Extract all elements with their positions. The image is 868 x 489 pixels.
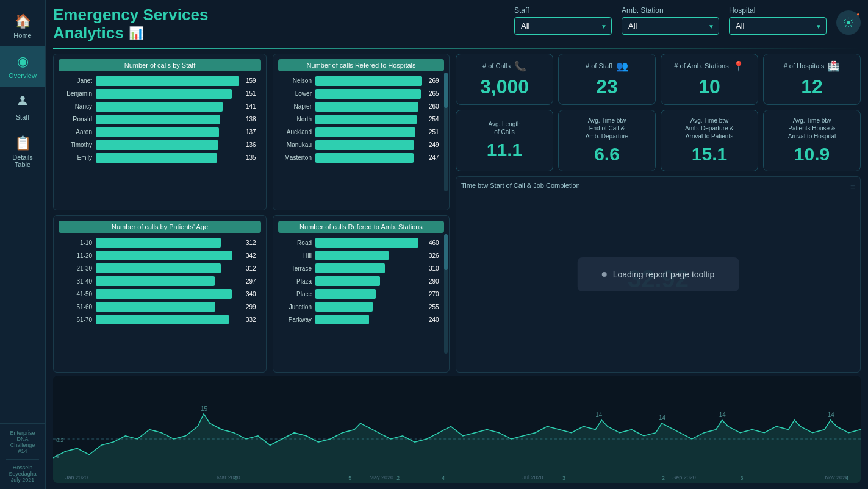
bar-label: Place: [278, 291, 312, 298]
kpi-staff: # of Staff 👥 23: [558, 54, 656, 105]
hospital-filter-group: Hospital All: [729, 6, 827, 35]
bar-value: 240: [429, 316, 444, 323]
bar-value: 138: [246, 116, 261, 123]
hospital-scrollbar[interactable]: [444, 73, 448, 192]
page-title-line1: Emergency Services: [53, 6, 208, 24]
bar-value: 260: [429, 103, 444, 110]
kpi-hospitals-value: 12: [771, 76, 853, 98]
time-card-end-call: Avg. Time btwEnd of Call &Amb. Departure…: [558, 110, 656, 171]
content-grid: Number of calls by Staff Janet159Benjami…: [53, 54, 861, 373]
tooltip-text: Loading report page tooltip: [613, 269, 715, 279]
bar-fill: [315, 127, 415, 137]
bar-container: [315, 102, 423, 112]
sidebar-item-home[interactable]: 🏠 Home: [0, 6, 45, 46]
chart-calls-by-amb-title: Number of calls Refered to Amb. Stations: [278, 221, 444, 233]
sidebar: 🏠 Home ◉ Overview Staff 📋 Details Table …: [0, 0, 46, 489]
bar-label: 31-40: [59, 278, 92, 285]
departure-value: 15.1: [692, 144, 727, 165]
kpi-calls: # of Calls 📞 3,000: [456, 54, 553, 105]
staff-filter-wrapper: All: [514, 17, 612, 35]
house-label: Avg. Time btwPatients House &Arrival to …: [788, 116, 836, 140]
bar-fill: [315, 102, 418, 112]
bar-row: Nancy141: [59, 102, 261, 112]
bar-fill: [315, 140, 414, 150]
bar-row: Terrace310: [278, 263, 444, 273]
bar-container: [315, 140, 423, 150]
bar-fill: [315, 89, 421, 99]
kpi-amb: # of Amb. Stations 📍 10: [661, 54, 758, 105]
details-icon: 📋: [15, 135, 31, 151]
staff-filter-select[interactable]: All: [514, 17, 612, 35]
bar-value: 137: [246, 129, 261, 135]
header: Emergency Services Analytics 📊 Staff All…: [53, 6, 861, 43]
bar-value: 247: [429, 154, 444, 161]
bar-value: 255: [429, 304, 444, 310]
bar-container: [315, 315, 423, 324]
bars-staff: Janet159Benjamin151Nancy141Ronald138Aaro…: [59, 76, 261, 163]
bar-container: [96, 276, 240, 286]
x-axis-labels: Jan 2020 Mar 2020 May 2020 Jul 2020 Sep …: [53, 473, 861, 482]
bar-container: [96, 127, 240, 137]
charts-left: Number of calls by Staff Janet159Benjami…: [53, 54, 267, 373]
bar-row: Hill326: [278, 251, 444, 260]
sidebar-item-overview[interactable]: ◉ Overview: [0, 46, 45, 87]
svg-text:14: 14: [719, 412, 726, 418]
header-divider: [53, 48, 861, 49]
bar-fill: [96, 315, 229, 324]
bar-container: [96, 251, 240, 260]
bar-value: 310: [429, 265, 444, 272]
x-label-jul: Jul 2020: [523, 474, 543, 480]
settings-button[interactable]: [836, 10, 861, 35]
bar-fill: [315, 76, 422, 86]
bar-label: Junction: [278, 304, 312, 310]
bar-value: 332: [246, 316, 261, 323]
amb-scrollbar[interactable]: [444, 234, 448, 354]
bar-value: 312: [246, 240, 261, 246]
kpi-amb-label: # of Amb. Stations: [674, 62, 728, 70]
bar-value: 269: [429, 77, 444, 84]
bar-label: Auckland: [278, 129, 312, 135]
bar-label: 61-70: [59, 316, 92, 323]
sidebar-item-staff-label: Staff: [16, 113, 29, 121]
bar-fill: [315, 289, 376, 299]
completion-label: Time btw Start of Call & Job Completion: [461, 182, 855, 189]
bar-fill: [96, 302, 215, 312]
kpi-staff-value: 23: [566, 76, 648, 98]
kpi-hospitals-header: # of Hospitals 🏥: [771, 60, 853, 72]
menu-icon[interactable]: ≡: [850, 182, 855, 191]
main-content: Emergency Services Analytics 📊 Staff All…: [46, 0, 868, 489]
hospital-filter-select[interactable]: All: [729, 17, 827, 35]
x-label-sep: Sep 2020: [672, 474, 696, 480]
bar-row: Auckland251: [278, 127, 444, 137]
bar-value: 299: [246, 304, 261, 310]
bar-fill: [315, 315, 369, 324]
completion-row: ≡ Time btw Start of Call & Job Completio…: [456, 176, 861, 373]
bar-label: Emily: [59, 154, 92, 161]
bar-label: North: [278, 116, 312, 123]
departure-label: Avg. Time btwAmb. Departure &Arrival to …: [685, 116, 734, 140]
bar-fill: [96, 127, 219, 137]
sidebar-item-staff[interactable]: Staff: [0, 87, 45, 128]
date-label: July 2021: [6, 477, 39, 483]
bar-label: Timothy: [59, 141, 92, 148]
bar-container: [96, 238, 240, 248]
bar-label: Hill: [278, 252, 312, 259]
sidebar-item-details[interactable]: 📋 Details Table: [0, 128, 45, 176]
bar-container: [96, 289, 240, 299]
author-last: Seyedagha: [6, 471, 39, 477]
bar-value: 141: [246, 103, 261, 110]
amb-filter-select[interactable]: All: [622, 17, 719, 35]
staff-icon: 👥: [616, 60, 628, 72]
bar-label: Lower: [278, 90, 312, 97]
chart-calls-by-hospital: Number of calls Refered to Hospitals Nel…: [273, 54, 450, 211]
bar-row: Manukau249: [278, 140, 444, 150]
loading-dot: [602, 272, 607, 277]
bar-label: Plaza: [278, 278, 312, 285]
page-title-line2: Analytics 📊: [53, 24, 208, 43]
bar-fill: [315, 251, 389, 260]
bar-fill: [315, 302, 373, 312]
chart-calls-by-age-title: Number of calls by Patients' Age: [59, 221, 261, 233]
bar-row: Parkway240: [278, 315, 444, 324]
bar-fill: [96, 76, 239, 86]
svg-text:14: 14: [828, 412, 834, 418]
